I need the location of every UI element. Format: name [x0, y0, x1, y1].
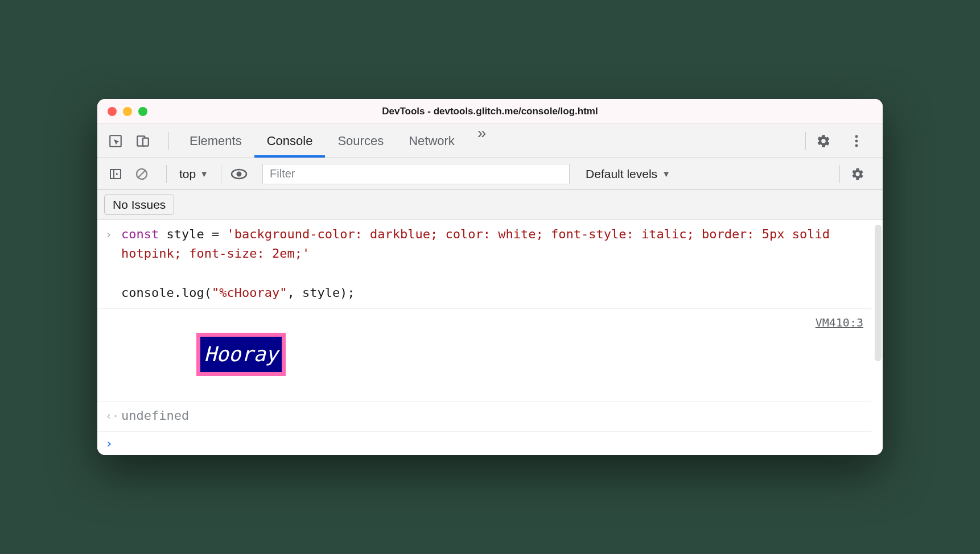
separator	[839, 165, 840, 183]
return-caret-icon: ‹·	[105, 406, 121, 424]
svg-point-5	[855, 144, 858, 147]
svg-point-11	[237, 171, 242, 176]
console-toolbar: top ▼ Default levels ▼	[97, 158, 883, 190]
settings-icon[interactable]	[814, 131, 833, 151]
titlebar: DevTools - devtools.glitch.me/console/lo…	[97, 99, 883, 124]
issues-bar: No Issues	[97, 190, 883, 220]
filter-input[interactable]	[262, 164, 570, 184]
console-input-code[interactable]: const style = 'background-color: darkblu…	[121, 225, 863, 302]
separator	[166, 165, 167, 183]
console-log-row: Hooray VM410:3	[97, 309, 871, 402]
console-prompt-row[interactable]: ›	[97, 432, 871, 455]
console-settings-icon[interactable]	[848, 164, 867, 184]
separator	[805, 132, 806, 150]
live-expression-icon[interactable]	[229, 164, 249, 184]
tab-sources[interactable]: Sources	[325, 124, 396, 158]
tab-network[interactable]: Network	[396, 124, 467, 158]
input-caret-icon: ›	[105, 225, 121, 243]
log-content: Hooray	[121, 313, 816, 395]
console-input-row: › const style = 'background-color: darkb…	[97, 220, 871, 308]
scrollbar[interactable]	[875, 225, 882, 361]
tab-console[interactable]: Console	[254, 124, 326, 158]
svg-point-3	[855, 135, 858, 138]
svg-point-4	[855, 139, 858, 142]
tab-elements[interactable]: Elements	[177, 124, 254, 158]
chevron-down-icon: ▼	[662, 169, 670, 179]
separator	[221, 165, 221, 183]
separator	[168, 132, 169, 150]
show-console-sidebar-icon[interactable]	[106, 164, 125, 184]
issues-button[interactable]: No Issues	[104, 195, 174, 215]
main-toolbar: Elements Console Sources Network »	[97, 124, 883, 158]
kebab-menu-icon[interactable]	[847, 131, 866, 151]
panel-tabs: Elements Console Sources Network »	[177, 124, 496, 158]
chevron-down-icon: ▼	[200, 169, 208, 179]
prompt-caret-icon: ›	[105, 436, 113, 450]
console-return-row: ‹· undefined	[97, 402, 871, 432]
clear-console-icon[interactable]	[132, 164, 151, 184]
inspect-element-icon[interactable]	[106, 131, 125, 151]
device-toggle-icon[interactable]	[133, 131, 153, 151]
return-value: undefined	[121, 406, 863, 425]
svg-rect-2	[143, 138, 149, 146]
log-level-selector[interactable]: Default levels ▼	[586, 167, 670, 181]
levels-label: Default levels	[586, 167, 657, 181]
styled-log-output: Hooray	[196, 333, 285, 376]
issues-label: No Issues	[113, 198, 166, 212]
window-title: DevTools - devtools.glitch.me/console/lo…	[97, 106, 883, 117]
log-marker	[105, 313, 121, 315]
svg-rect-6	[110, 169, 121, 179]
svg-line-9	[138, 171, 145, 177]
devtools-window: DevTools - devtools.glitch.me/console/lo…	[97, 99, 883, 454]
console-body: › const style = 'background-color: darkb…	[97, 220, 883, 454]
more-tabs-icon[interactable]: »	[467, 124, 497, 158]
execution-context-selector[interactable]: top ▼	[175, 167, 213, 181]
context-label: top	[179, 167, 196, 181]
log-source-link[interactable]: VM410:3	[816, 313, 863, 329]
